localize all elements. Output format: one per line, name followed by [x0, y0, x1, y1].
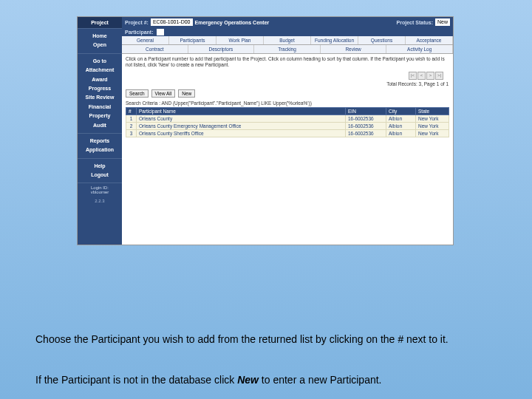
subtab-tracking[interactable]: Tracking	[254, 45, 321, 53]
row-num-link[interactable]: 3	[126, 129, 137, 137]
search-button[interactable]: Search	[126, 89, 149, 98]
row-city: Albion	[386, 115, 416, 122]
sidebar-item-open[interactable]: Open	[79, 41, 120, 50]
sidebar-item-home[interactable]: Home	[79, 32, 120, 41]
project-num-label: Project #:	[125, 20, 149, 25]
sidebar-item-logout[interactable]: Logout	[79, 171, 120, 180]
search-row: Search View All New	[122, 88, 453, 99]
sidebar-group-2: Go to Attachment Award Progress Site Rev…	[78, 54, 122, 134]
row-city: Albion	[386, 122, 416, 129]
cap1-text-c: next to it.	[403, 333, 449, 345]
sidebar-header-goto: Go to	[79, 57, 120, 66]
tab-budget[interactable]: Budget	[264, 36, 311, 44]
row-state: New York	[416, 122, 449, 129]
sidebar-item-award[interactable]: Award	[79, 75, 120, 84]
col-state[interactable]: State	[416, 107, 449, 115]
pager-first[interactable]: |<	[409, 72, 417, 80]
main-tabs: General Participants Work Plan Budget Fu…	[122, 36, 453, 45]
col-ein[interactable]: EIN	[346, 107, 386, 115]
sidebar-item-help[interactable]: Help	[79, 162, 120, 171]
sidebar-group-4: Help Logout	[78, 159, 122, 184]
subtab-descriptors[interactable]: Descriptors	[188, 45, 255, 53]
row-state: New York	[416, 129, 449, 137]
controls-row: |< < > >|	[122, 70, 453, 81]
table-row: 3 Orleans County Sheriffs Office 16-6002…	[126, 129, 449, 137]
project-title: Emergency Operations Center	[195, 20, 270, 25]
tab-general[interactable]: General	[122, 36, 169, 44]
row-participant-name: Orleans County Emergency Management Offi…	[137, 122, 346, 129]
row-participant-name: Orleans County	[137, 115, 346, 122]
cap1-hash: #	[398, 333, 403, 345]
cap2-new: New	[237, 374, 259, 386]
sidebar-item-reports[interactable]: Reports	[79, 137, 120, 146]
sidebar-item-audit[interactable]: Audit	[79, 121, 120, 130]
tab-participants[interactable]: Participants	[169, 36, 216, 44]
subtab-activity-log[interactable]: Activity Log	[386, 45, 453, 53]
row-state: New York	[416, 115, 449, 122]
row-num-link[interactable]: 1	[126, 115, 137, 122]
instruction-text: Click on a Participant number to add tha…	[122, 54, 453, 70]
topbar: Project #: EC08-1001-D00 Emergency Opera…	[122, 17, 453, 27]
col-participant-name[interactable]: Participant Name	[137, 107, 346, 115]
table-row: 1 Orleans County 16-6002536 Albion New Y…	[126, 115, 449, 122]
app-window: Project Home Open Go to Attachment Award…	[77, 16, 454, 245]
row-city: Albion	[386, 129, 416, 137]
sidebar-item-site-review[interactable]: Site Review	[79, 93, 120, 102]
pager-last[interactable]: >|	[435, 72, 443, 80]
col-city[interactable]: City	[386, 107, 416, 115]
cap1-text-a: Choose the Participant you wish to add f…	[35, 333, 398, 345]
participant-label: Participant:	[125, 30, 154, 35]
tab-funding-allocation[interactable]: Funding Allocation	[311, 36, 358, 44]
search-criteria: Search Criteria : AND (Upper("Participan…	[122, 99, 453, 107]
cap2-text-c: to enter a new Participant.	[259, 374, 382, 386]
sidebar-group-1: Home Open	[78, 29, 122, 54]
sidebar: Project Home Open Go to Attachment Award…	[78, 17, 122, 245]
row-ein: 16-6002536	[346, 122, 386, 129]
sidebar-version: 2.2.3	[78, 197, 122, 205]
pager: |< < > >|	[409, 72, 443, 80]
row-ein: 16-6002536	[346, 115, 386, 122]
caption-2: If the Participant is not in the databas…	[35, 373, 479, 387]
sidebar-item-financial[interactable]: Financial	[79, 103, 120, 112]
sidebar-group-3: Reports Application	[78, 134, 122, 159]
table-row: 2 Orleans County Emergency Management Of…	[126, 122, 449, 129]
col-num[interactable]: #	[126, 107, 137, 115]
subtab-review[interactable]: Review	[321, 45, 387, 53]
table-header-row: # Participant Name EIN City State	[126, 107, 449, 115]
sidebar-item-application[interactable]: Application	[79, 146, 120, 154]
participant-header-row: Participant:	[122, 27, 453, 36]
caption-1: Choose the Participant you wish to add f…	[35, 332, 479, 347]
sidebar-item-progress[interactable]: Progress	[79, 84, 120, 93]
sub-tabs: Contract Descriptors Tracking Review Act…	[122, 45, 453, 54]
tab-work-plan[interactable]: Work Plan	[216, 36, 264, 44]
sidebar-login-info: Login ID: vbloomer	[78, 183, 122, 197]
tab-acceptance[interactable]: Acceptance	[406, 36, 453, 44]
view-all-button[interactable]: View All	[151, 89, 176, 98]
sidebar-item-attachment[interactable]: Attachment	[79, 66, 120, 75]
participant-value	[157, 29, 164, 35]
project-status-value: New	[435, 18, 450, 26]
results-table: # Participant Name EIN City State 1 Orle…	[126, 107, 449, 137]
records-info: Total Records: 3, Page 1 of 1	[122, 81, 453, 88]
new-button[interactable]: New	[178, 89, 195, 98]
tab-questions[interactable]: Questions	[358, 36, 406, 44]
pager-next[interactable]: >	[426, 72, 434, 80]
login-user: vbloomer	[78, 190, 121, 194]
project-num-value: EC08-1001-D00	[151, 18, 193, 26]
sidebar-item-property[interactable]: Property	[79, 112, 120, 120]
main-panel: Project #: EC08-1001-D00 Emergency Opera…	[122, 17, 453, 245]
sidebar-header-project: Project	[78, 17, 122, 29]
row-participant-name: Orleans County Sheriffs Office	[137, 129, 346, 137]
subtab-contract[interactable]: Contract	[122, 45, 188, 53]
row-num-link[interactable]: 2	[126, 122, 137, 129]
row-ein: 16-6002536	[346, 129, 386, 137]
project-status-label: Project Status:	[397, 20, 433, 25]
pager-prev[interactable]: <	[417, 72, 426, 80]
cap2-text-a: If the Participant is not in the databas…	[35, 374, 237, 386]
